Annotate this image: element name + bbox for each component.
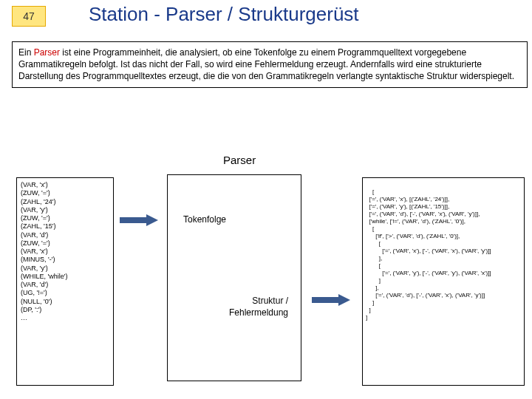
output-text: [ ['=', ('VAR', 'x'), [('ZAHL', '24')]],… — [366, 188, 491, 321]
description-text: Ein Parser ist eine Programmeinheit, die… — [18, 47, 514, 81]
slide: 47 Station - Parser / Strukturgerüst Ein… — [0, 0, 532, 399]
arrow-to-parser-icon — [120, 214, 158, 226]
description-box: Ein Parser ist eine Programmeinheit, die… — [12, 41, 528, 88]
parser-box — [167, 174, 301, 381]
parser-section-label: Parser — [223, 154, 256, 166]
arrow-to-output-icon — [312, 294, 350, 306]
svg-marker-0 — [120, 214, 158, 226]
token-list-box: (VAR, 'x')(ZUW, '=')(ZAHL, '24')(VAR, 'y… — [16, 177, 114, 386]
page-number-badge: 47 — [12, 6, 46, 27]
svg-marker-1 — [312, 294, 350, 306]
page-number: 47 — [23, 10, 35, 22]
slide-title: Station - Parser / Strukturgerüst — [89, 3, 359, 26]
tokenfolge-label: Tokenfolge — [183, 214, 226, 225]
output-structure-box: [ ['=', ('VAR', 'x'), [('ZAHL', '24')]],… — [362, 177, 525, 386]
struktur-label: Struktur /Fehlermeldung — [229, 296, 288, 318]
